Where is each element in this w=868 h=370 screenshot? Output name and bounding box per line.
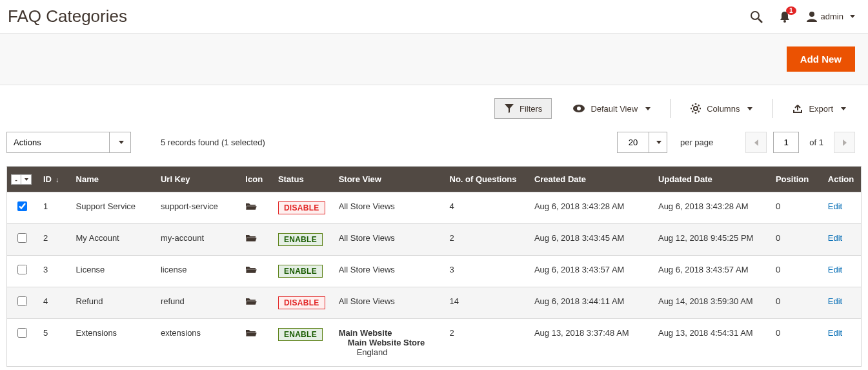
filters-button[interactable]: Filters	[494, 98, 552, 119]
select-all-dropdown[interactable]	[21, 174, 32, 185]
data-grid: - ID↓ Name Url Key Icon Status Store Vie…	[6, 166, 862, 367]
table-row[interactable]: 4RefundrefundDISABLEAll Store Views14Aug…	[7, 287, 862, 319]
cell-id: 1	[37, 192, 70, 224]
prev-page-button[interactable]	[745, 132, 767, 153]
cell-status: ENABLE	[272, 256, 332, 287]
cell-position: 0	[769, 256, 822, 287]
user-icon	[807, 11, 817, 23]
cell-name: My Account	[70, 224, 154, 256]
status-badge: DISABLE	[278, 201, 325, 214]
cell-position: 0	[769, 192, 822, 224]
col-header-name[interactable]: Name	[70, 167, 154, 192]
page-title: FAQ Categories	[8, 6, 750, 26]
next-page-button[interactable]	[834, 132, 855, 153]
notifications-badge: 1	[786, 6, 796, 15]
cell-status: DISABLE	[272, 192, 332, 224]
export-button[interactable]: Export	[783, 99, 855, 118]
default-view-button[interactable]: Default View	[563, 99, 660, 118]
col-header-status[interactable]: Status	[272, 167, 332, 192]
col-header-created[interactable]: Created Date	[528, 167, 652, 192]
edit-link[interactable]: Edit	[828, 265, 842, 274]
cell-urlkey: license	[154, 256, 239, 287]
cell-action: Edit	[822, 192, 862, 224]
row-checkbox[interactable]	[17, 265, 27, 274]
chevron-down-icon	[119, 141, 124, 144]
cell-name: Support Service	[70, 192, 154, 224]
mass-actions-select[interactable]: Actions	[6, 132, 131, 153]
col-header-action[interactable]: Action	[822, 167, 862, 192]
row-checkbox[interactable]	[17, 201, 27, 211]
col-header-position[interactable]: Position	[769, 167, 822, 192]
cell-questions: 2	[443, 224, 528, 256]
page-size-input[interactable]	[617, 132, 649, 153]
row-checkbox[interactable]	[17, 296, 27, 306]
add-new-button[interactable]: Add New	[787, 46, 855, 72]
mass-actions-dropdown[interactable]: Actions	[6, 132, 110, 153]
columns-label: Columns	[707, 104, 740, 114]
chevron-down-icon	[656, 141, 661, 144]
cell-storeview: All Store Views	[332, 287, 443, 319]
cell-updated: Aug 14, 2018 3:59:30 AM	[652, 287, 769, 319]
cell-created: Aug 6, 2018 3:43:28 AM	[528, 192, 652, 224]
admin-username: admin	[821, 12, 843, 21]
select-all-checkbox[interactable]: -	[11, 174, 21, 185]
cell-action: Edit	[822, 319, 862, 367]
notifications-icon[interactable]: 1	[778, 10, 791, 23]
table-row[interactable]: 1Support Servicesupport-serviceDISABLEAl…	[7, 192, 862, 224]
folder-open-icon	[245, 265, 257, 274]
gear-icon	[690, 103, 701, 114]
cell-updated: Aug 6, 2018 3:43:28 AM	[652, 192, 769, 224]
cell-position: 0	[769, 224, 822, 256]
row-checkbox[interactable]	[17, 233, 27, 243]
folder-open-icon	[245, 233, 257, 242]
col-header-urlkey[interactable]: Url Key	[154, 167, 239, 192]
col-header-questions[interactable]: No. of Questions	[443, 167, 528, 192]
cell-urlkey: extensions	[154, 319, 239, 367]
edit-link[interactable]: Edit	[828, 328, 842, 338]
row-checkbox[interactable]	[17, 328, 27, 338]
chevron-down-icon	[841, 107, 846, 110]
cell-name: Refund	[70, 287, 154, 319]
col-header-id[interactable]: ID↓	[37, 167, 70, 192]
records-found-label: 5 records found (1 selected)	[161, 138, 265, 147]
cell-action: Edit	[822, 287, 862, 319]
cell-action: Edit	[822, 256, 862, 287]
cell-updated: Aug 12, 2018 9:45:25 PM	[652, 224, 769, 256]
edit-link[interactable]: Edit	[828, 201, 842, 211]
cell-icon	[239, 256, 272, 287]
cell-storeview: All Store Views	[332, 224, 443, 256]
current-page-input[interactable]	[773, 132, 799, 153]
divider	[772, 99, 772, 118]
sort-down-icon: ↓	[56, 176, 59, 183]
cell-id: 2	[37, 224, 70, 256]
columns-button[interactable]: Columns	[681, 98, 762, 119]
edit-link[interactable]: Edit	[828, 296, 842, 306]
cell-urlkey: support-service	[154, 192, 239, 224]
chevron-down-icon	[850, 15, 855, 18]
cell-name: Extensions	[70, 319, 154, 367]
admin-account-menu[interactable]: admin	[807, 11, 855, 23]
folder-open-icon	[245, 296, 257, 305]
default-view-label: Default View	[590, 104, 638, 114]
search-icon[interactable]	[750, 10, 763, 23]
table-row[interactable]: 2My Accountmy-accountENABLEAll Store Vie…	[7, 224, 862, 256]
select-all-control[interactable]: -	[11, 174, 33, 185]
cell-updated: Aug 6, 2018 3:43:57 AM	[652, 256, 769, 287]
cell-status: ENABLE	[272, 224, 332, 256]
mass-actions-toggle[interactable]	[110, 132, 131, 153]
col-header-icon[interactable]: Icon	[239, 167, 272, 192]
cell-icon	[239, 287, 272, 319]
cell-name: License	[70, 256, 154, 287]
filters-label: Filters	[520, 104, 542, 114]
table-row[interactable]: 3LicenselicenseENABLEAll Store Views3Aug…	[7, 256, 862, 287]
per-page-label: per page	[680, 138, 713, 147]
chevron-right-icon	[843, 139, 847, 146]
col-header-storeview[interactable]: Store View	[332, 167, 443, 192]
edit-link[interactable]: Edit	[828, 233, 842, 243]
page-size-toggle[interactable]	[649, 132, 667, 153]
table-row[interactable]: 5ExtensionsextensionsENABLEMain WebsiteM…	[7, 319, 862, 367]
cell-icon	[239, 224, 272, 256]
cell-created: Aug 6, 2018 3:44:11 AM	[528, 287, 652, 319]
cell-status: DISABLE	[272, 287, 332, 319]
col-header-updated[interactable]: Updated Date	[652, 167, 769, 192]
